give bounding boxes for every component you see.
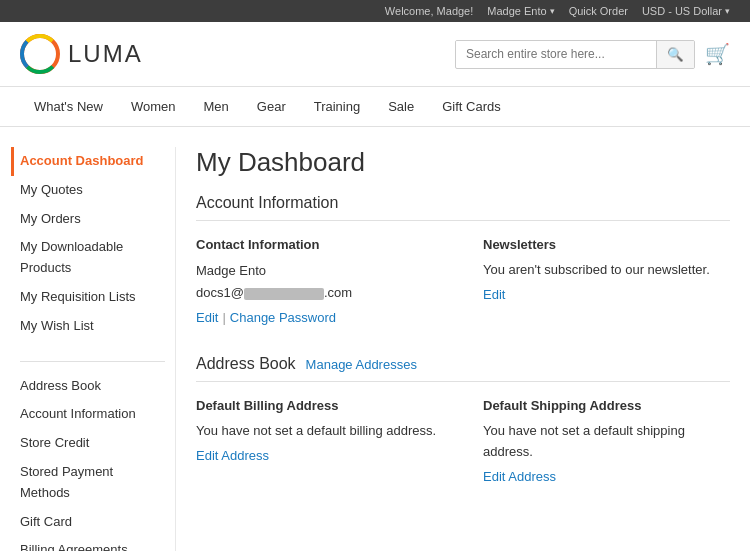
sidebar-section-account: Account Dashboard My Quotes My Orders My… [20, 147, 165, 341]
account-dropdown[interactable]: Madge Ento ▾ [487, 5, 554, 17]
page-title: My Dashboard [196, 147, 730, 178]
nav-gift-cards[interactable]: Gift Cards [428, 87, 515, 126]
account-information-heading: Account Information [196, 194, 730, 221]
info-grid: Contact Information Madge Ento docs1@ .c… [196, 237, 730, 325]
currency-chevron-icon: ▾ [725, 6, 730, 16]
address-book-section: Address Book Manage Addresses Default Bi… [196, 355, 730, 484]
nav-men[interactable]: Men [190, 87, 243, 126]
contact-heading: Contact Information [196, 237, 443, 252]
sidebar: Account Dashboard My Quotes My Orders My… [0, 147, 175, 551]
logo-text: LUMA [68, 40, 143, 68]
billing-heading: Default Billing Address [196, 398, 443, 413]
address-book-section-title: Address Book Manage Addresses [196, 355, 730, 382]
nav-women[interactable]: Women [117, 87, 190, 126]
sidebar-item-my-orders[interactable]: My Orders [20, 205, 165, 234]
sidebar-item-requisition[interactable]: My Requisition Lists [20, 283, 165, 312]
logo-icon [20, 34, 60, 74]
change-password-link[interactable]: Change Password [230, 310, 336, 325]
edit-contact-link[interactable]: Edit [196, 310, 218, 325]
sidebar-item-stored-payment[interactable]: Stored Payment Methods [20, 458, 165, 508]
sidebar-item-store-credit[interactable]: Store Credit [20, 429, 165, 458]
contact-actions: Edit | Change Password [196, 310, 443, 325]
nav-gear[interactable]: Gear [243, 87, 300, 126]
account-information-section: Account Information Contact Information … [196, 194, 730, 325]
newsletters-column: Newsletters You aren't subscribed to our… [483, 237, 730, 325]
sidebar-item-billing-agreements[interactable]: Billing Agreements [20, 536, 165, 551]
logo[interactable]: LUMA [20, 34, 143, 74]
billing-text: You have not set a default billing addre… [196, 421, 443, 442]
sidebar-item-account-info[interactable]: Account Information [20, 400, 165, 429]
cart-icon[interactable]: 🛒 [705, 42, 730, 66]
search-input[interactable] [456, 41, 656, 67]
main-layout: Account Dashboard My Quotes My Orders My… [0, 127, 750, 551]
nav-sale[interactable]: Sale [374, 87, 428, 126]
newsletter-text: You aren't subscribed to our newsletter. [483, 260, 730, 281]
newsletter-edit-link[interactable]: Edit [483, 287, 505, 302]
quick-order-link[interactable]: Quick Order [569, 5, 628, 17]
edit-billing-link[interactable]: Edit Address [196, 448, 269, 463]
sidebar-section-info: Address Book Account Information Store C… [20, 372, 165, 551]
sidebar-item-address-book[interactable]: Address Book [20, 372, 165, 401]
nav-training[interactable]: Training [300, 87, 374, 126]
shipping-address-column: Default Shipping Address You have not se… [483, 398, 730, 484]
sidebar-item-wishlist[interactable]: My Wish List [20, 312, 165, 341]
manage-addresses-link[interactable]: Manage Addresses [306, 357, 417, 372]
contact-email: docs1@ .com [196, 282, 443, 304]
sidebar-item-account-dashboard[interactable]: Account Dashboard [11, 147, 165, 176]
shipping-heading: Default Shipping Address [483, 398, 730, 413]
address-grid: Default Billing Address You have not set… [196, 398, 730, 484]
header-right: 🔍 🛒 [455, 40, 730, 69]
contact-column: Contact Information Madge Ento docs1@ .c… [196, 237, 443, 325]
main-content: My Dashboard Account Information Contact… [175, 147, 750, 551]
search-form: 🔍 [455, 40, 695, 69]
sidebar-item-my-quotes[interactable]: My Quotes [20, 176, 165, 205]
sidebar-item-downloadable[interactable]: My Downloadable Products [20, 233, 165, 283]
contact-name: Madge Ento [196, 260, 443, 282]
currency-dropdown[interactable]: USD - US Dollar ▾ [642, 5, 730, 17]
shipping-text: You have not set a default shipping addr… [483, 421, 730, 463]
sidebar-divider-1 [20, 361, 165, 362]
newsletters-heading: Newsletters [483, 237, 730, 252]
top-bar: Welcome, Madge! Madge Ento ▾ Quick Order… [0, 0, 750, 22]
redacted-email [244, 288, 324, 300]
nav-whats-new[interactable]: What's New [20, 87, 117, 126]
sidebar-item-gift-card[interactable]: Gift Card [20, 508, 165, 537]
billing-address-column: Default Billing Address You have not set… [196, 398, 443, 484]
welcome-text: Welcome, Madge! [385, 5, 473, 17]
main-nav: What's New Women Men Gear Training Sale … [0, 87, 750, 127]
header: LUMA 🔍 🛒 [0, 22, 750, 87]
search-icon: 🔍 [667, 47, 684, 62]
search-button[interactable]: 🔍 [656, 41, 694, 68]
account-chevron-icon: ▾ [550, 6, 555, 16]
edit-shipping-link[interactable]: Edit Address [483, 469, 556, 484]
